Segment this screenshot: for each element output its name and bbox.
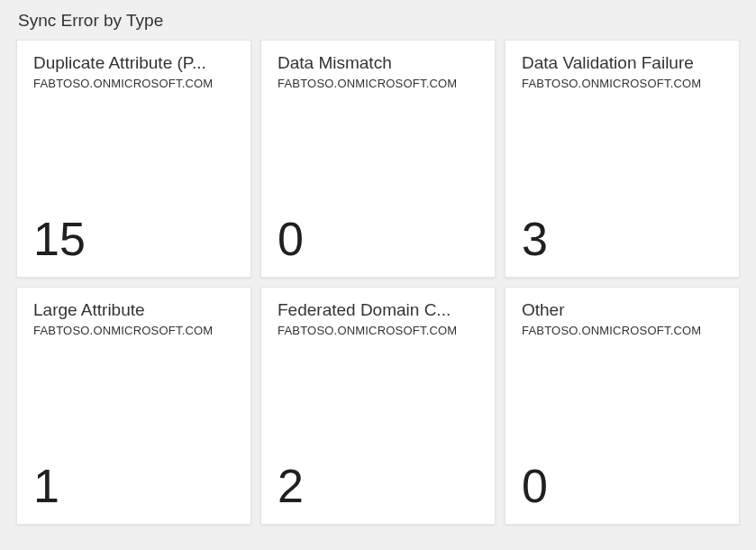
tile-grid: Duplicate Attribute (P... FABTOSO.ONMICR… — [16, 40, 740, 525]
tile-title: Data Mismatch — [278, 53, 478, 73]
tile-other[interactable]: Other FABTOSO.ONMICROSOFT.COM 0 — [505, 287, 740, 525]
tile-federated-domain[interactable]: Federated Domain C... FABTOSO.ONMICROSOF… — [260, 287, 496, 525]
tile-title: Large Attribute — [33, 300, 234, 320]
tile-value: 15 — [33, 215, 234, 262]
tile-subtitle: FABTOSO.ONMICROSOFT.COM — [522, 324, 723, 337]
tile-value: 0 — [522, 463, 723, 509]
tile-title: Duplicate Attribute (P... — [33, 53, 234, 73]
tile-value: 1 — [33, 463, 234, 509]
tile-title: Federated Domain C... — [278, 300, 478, 320]
tile-large-attribute[interactable]: Large Attribute FABTOSO.ONMICROSOFT.COM … — [16, 287, 251, 525]
tile-data-mismatch[interactable]: Data Mismatch FABTOSO.ONMICROSOFT.COM 0 — [260, 40, 496, 278]
tile-data-validation-failure[interactable]: Data Validation Failure FABTOSO.ONMICROS… — [505, 40, 740, 278]
section-title: Sync Error by Type — [16, 11, 740, 31]
tile-subtitle: FABTOSO.ONMICROSOFT.COM — [33, 324, 234, 337]
tile-subtitle: FABTOSO.ONMICROSOFT.COM — [278, 324, 478, 337]
tile-duplicate-attribute[interactable]: Duplicate Attribute (P... FABTOSO.ONMICR… — [16, 40, 251, 278]
tile-value: 3 — [522, 215, 723, 262]
tile-value: 0 — [278, 215, 478, 262]
tile-subtitle: FABTOSO.ONMICROSOFT.COM — [33, 77, 234, 90]
tile-subtitle: FABTOSO.ONMICROSOFT.COM — [278, 77, 478, 90]
tile-value: 2 — [278, 463, 478, 509]
tile-subtitle: FABTOSO.ONMICROSOFT.COM — [522, 77, 723, 90]
tile-title: Other — [522, 300, 723, 320]
tile-title: Data Validation Failure — [522, 53, 723, 73]
